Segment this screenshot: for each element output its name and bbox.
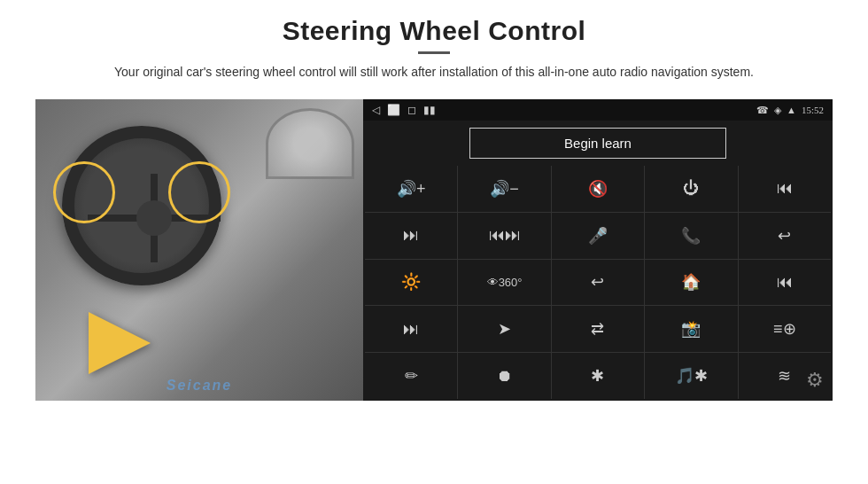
next-button[interactable]: ⏭ xyxy=(365,213,457,259)
record-icon: ⏺ xyxy=(497,367,513,386)
back-icon: ◁ xyxy=(372,104,380,117)
back-nav-icon: ↩ xyxy=(591,272,604,292)
prev-track-button[interactable]: ⏮ xyxy=(739,166,831,212)
power-icon: ⏻ xyxy=(683,179,699,198)
hang-up-button[interactable]: ↩ xyxy=(739,213,831,259)
camera-360-button[interactable]: 👁360° xyxy=(458,260,550,306)
home-button[interactable]: 🏠 xyxy=(645,260,737,306)
home-nav-icon: ⬜ xyxy=(387,104,400,117)
swap-icon: ⇄ xyxy=(591,319,604,339)
media-icon: 📸 xyxy=(681,319,701,339)
title-divider xyxy=(418,51,450,54)
status-right: ☎ ◈ ▲ 15:52 xyxy=(756,105,824,116)
next-prev-icon: ⏮⏭ xyxy=(489,226,521,245)
car-background: Seicane xyxy=(35,99,363,401)
bluetooth-button[interactable]: ✱ xyxy=(552,353,644,399)
power-button[interactable]: ⏻ xyxy=(645,166,737,212)
next-prev-button[interactable]: ⏮⏭ xyxy=(458,213,550,259)
navigate-icon: ➤ xyxy=(498,319,511,339)
call-button[interactable]: 📞 xyxy=(645,213,737,259)
mute-icon: 🔇 xyxy=(588,179,608,199)
seicane-brand: Seicane xyxy=(167,378,232,394)
brightness-icon: 🔆 xyxy=(401,272,421,292)
spectrum-icon: ≋ xyxy=(778,366,791,386)
wheel-buttons-left xyxy=(53,161,115,223)
record-button[interactable]: ⏺ xyxy=(458,353,550,399)
vol-up-icon: 🔊+ xyxy=(397,179,426,199)
wifi-icon: ◈ xyxy=(774,105,781,116)
mic-button[interactable]: 🎤 xyxy=(552,213,644,259)
clock-display: 15:52 xyxy=(802,105,824,115)
fast-forward-button[interactable]: ⏭ xyxy=(365,306,457,352)
page-title: Steering Wheel Control xyxy=(114,16,754,46)
battery-icon: ▲ xyxy=(787,105,796,115)
status-bar: ◁ ⬜ ◻ ▮▮ ☎ ◈ ▲ 15:52 xyxy=(363,99,833,121)
page-wrapper: Steering Wheel Control Your original car… xyxy=(0,0,868,484)
skip-back-button[interactable]: ⏮ xyxy=(739,260,831,306)
eq-button[interactable]: ≡⊕ xyxy=(739,306,831,352)
begin-learn-row: Begin learn xyxy=(363,121,833,166)
signal-icon: ▮▮ xyxy=(423,104,436,117)
begin-learn-button[interactable]: Begin learn xyxy=(469,128,726,159)
content-area: Seicane ◁ ⬜ ◻ ▮▮ ☎ ◈ ▲ 15:52 xyxy=(35,99,833,401)
bluetooth-icon: ✱ xyxy=(591,366,604,386)
wheel-buttons-right xyxy=(168,161,230,223)
next-icon: ⏭ xyxy=(403,226,419,245)
back-button[interactable]: ↩ xyxy=(552,260,644,306)
steering-wheel xyxy=(53,117,230,294)
big-arrow-icon xyxy=(89,312,151,374)
edit-icon: ✏ xyxy=(405,366,418,386)
control-grid: 🔊+ 🔊− 🔇 ⏻ ⏮ ⏭ ⏮⏭ xyxy=(365,166,831,399)
media-button[interactable]: 📸 xyxy=(645,306,737,352)
fast-forward-icon: ⏭ xyxy=(403,320,419,339)
gauge-bg xyxy=(266,108,354,179)
car-image-section: Seicane xyxy=(35,99,363,401)
call-icon: 📞 xyxy=(681,226,701,246)
vol-up-button[interactable]: 🔊+ xyxy=(365,166,457,212)
vol-down-icon: 🔊− xyxy=(490,179,519,199)
recents-icon: ◻ xyxy=(407,104,416,117)
swap-button[interactable]: ⇄ xyxy=(552,306,644,352)
navigate-button[interactable]: ➤ xyxy=(458,306,550,352)
subtitle-text: Your original car's steering wheel contr… xyxy=(114,63,754,82)
edit-button[interactable]: ✏ xyxy=(365,353,457,399)
music-button[interactable]: 🎵✱ xyxy=(645,353,737,399)
brightness-button[interactable]: 🔆 xyxy=(365,260,457,306)
camera-360-icon: 👁360° xyxy=(487,276,523,289)
prev-track-icon: ⏮ xyxy=(777,179,793,198)
mic-icon: 🎤 xyxy=(588,226,608,246)
eq-icon: ≡⊕ xyxy=(773,319,796,339)
status-left: ◁ ⬜ ◻ ▮▮ xyxy=(372,104,436,117)
arrow-section xyxy=(89,312,151,374)
settings-gear-button[interactable]: ⚙ xyxy=(806,369,824,392)
home-icon: 🏠 xyxy=(681,272,701,292)
skip-back-icon: ⏮ xyxy=(777,273,793,292)
mute-button[interactable]: 🔇 xyxy=(552,166,644,212)
wheel-center xyxy=(136,200,172,236)
gear-icon: ⚙ xyxy=(806,369,824,391)
title-section: Steering Wheel Control Your original car… xyxy=(114,16,754,94)
vol-down-button[interactable]: 🔊− xyxy=(458,166,550,212)
hang-up-icon: ↩ xyxy=(778,226,791,246)
phone-status-icon: ☎ xyxy=(756,105,769,116)
music-icon: 🎵✱ xyxy=(675,366,708,386)
android-panel: ◁ ⬜ ◻ ▮▮ ☎ ◈ ▲ 15:52 Begin learn xyxy=(363,99,833,401)
